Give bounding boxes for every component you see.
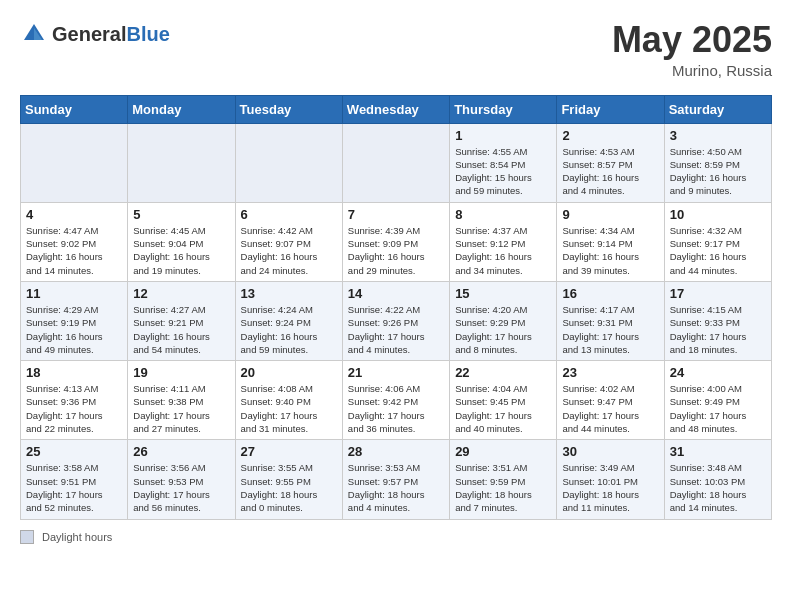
day-info: Sunrise: 4:39 AMSunset: 9:09 PMDaylight:… [348, 224, 444, 277]
day-number: 24 [670, 365, 766, 380]
logo-text-blue: Blue [126, 23, 169, 45]
table-row [342, 123, 449, 202]
day-info: Sunrise: 4:13 AMSunset: 9:36 PMDaylight:… [26, 382, 122, 435]
day-number: 14 [348, 286, 444, 301]
table-row: 27Sunrise: 3:55 AMSunset: 9:55 PMDayligh… [235, 440, 342, 519]
day-number: 29 [455, 444, 551, 459]
day-number: 28 [348, 444, 444, 459]
logo-icon [20, 20, 48, 48]
calendar-week-row: 1Sunrise: 4:55 AMSunset: 8:54 PMDaylight… [21, 123, 772, 202]
day-number: 11 [26, 286, 122, 301]
day-info: Sunrise: 4:17 AMSunset: 9:31 PMDaylight:… [562, 303, 658, 356]
day-info: Sunrise: 4:22 AMSunset: 9:26 PMDaylight:… [348, 303, 444, 356]
day-number: 13 [241, 286, 337, 301]
legend-box [20, 530, 34, 544]
table-row: 28Sunrise: 3:53 AMSunset: 9:57 PMDayligh… [342, 440, 449, 519]
table-row [235, 123, 342, 202]
day-number: 27 [241, 444, 337, 459]
day-number: 9 [562, 207, 658, 222]
weekday-header-sunday: Sunday [21, 95, 128, 123]
table-row: 18Sunrise: 4:13 AMSunset: 9:36 PMDayligh… [21, 361, 128, 440]
day-number: 16 [562, 286, 658, 301]
footer-legend-row: Daylight hours [20, 530, 772, 544]
day-number: 20 [241, 365, 337, 380]
table-row: 26Sunrise: 3:56 AMSunset: 9:53 PMDayligh… [128, 440, 235, 519]
day-info: Sunrise: 3:55 AMSunset: 9:55 PMDaylight:… [241, 461, 337, 514]
calendar-week-row: 18Sunrise: 4:13 AMSunset: 9:36 PMDayligh… [21, 361, 772, 440]
day-number: 18 [26, 365, 122, 380]
day-info: Sunrise: 4:53 AMSunset: 8:57 PMDaylight:… [562, 145, 658, 198]
table-row: 8Sunrise: 4:37 AMSunset: 9:12 PMDaylight… [450, 202, 557, 281]
day-number: 12 [133, 286, 229, 301]
calendar-week-row: 4Sunrise: 4:47 AMSunset: 9:02 PMDaylight… [21, 202, 772, 281]
day-info: Sunrise: 3:53 AMSunset: 9:57 PMDaylight:… [348, 461, 444, 514]
day-number: 23 [562, 365, 658, 380]
day-number: 5 [133, 207, 229, 222]
day-info: Sunrise: 4:55 AMSunset: 8:54 PMDaylight:… [455, 145, 551, 198]
month-year-title: May 2025 [612, 20, 772, 60]
day-number: 1 [455, 128, 551, 143]
table-row: 25Sunrise: 3:58 AMSunset: 9:51 PMDayligh… [21, 440, 128, 519]
table-row: 6Sunrise: 4:42 AMSunset: 9:07 PMDaylight… [235, 202, 342, 281]
table-row: 15Sunrise: 4:20 AMSunset: 9:29 PMDayligh… [450, 281, 557, 360]
day-info: Sunrise: 4:06 AMSunset: 9:42 PMDaylight:… [348, 382, 444, 435]
logo: GeneralBlue [20, 20, 170, 48]
day-info: Sunrise: 3:49 AMSunset: 10:01 PMDaylight… [562, 461, 658, 514]
day-info: Sunrise: 4:11 AMSunset: 9:38 PMDaylight:… [133, 382, 229, 435]
day-info: Sunrise: 4:45 AMSunset: 9:04 PMDaylight:… [133, 224, 229, 277]
title-block: May 2025 Murino, Russia [612, 20, 772, 79]
day-number: 8 [455, 207, 551, 222]
table-row: 5Sunrise: 4:45 AMSunset: 9:04 PMDaylight… [128, 202, 235, 281]
table-row: 12Sunrise: 4:27 AMSunset: 9:21 PMDayligh… [128, 281, 235, 360]
day-number: 10 [670, 207, 766, 222]
day-info: Sunrise: 4:20 AMSunset: 9:29 PMDaylight:… [455, 303, 551, 356]
table-row: 10Sunrise: 4:32 AMSunset: 9:17 PMDayligh… [664, 202, 771, 281]
table-row: 4Sunrise: 4:47 AMSunset: 9:02 PMDaylight… [21, 202, 128, 281]
table-row: 2Sunrise: 4:53 AMSunset: 8:57 PMDaylight… [557, 123, 664, 202]
weekday-header-wednesday: Wednesday [342, 95, 449, 123]
day-info: Sunrise: 3:51 AMSunset: 9:59 PMDaylight:… [455, 461, 551, 514]
day-number: 19 [133, 365, 229, 380]
day-number: 26 [133, 444, 229, 459]
day-info: Sunrise: 3:56 AMSunset: 9:53 PMDaylight:… [133, 461, 229, 514]
day-number: 4 [26, 207, 122, 222]
day-info: Sunrise: 4:29 AMSunset: 9:19 PMDaylight:… [26, 303, 122, 356]
day-info: Sunrise: 4:34 AMSunset: 9:14 PMDaylight:… [562, 224, 658, 277]
day-number: 15 [455, 286, 551, 301]
table-row [21, 123, 128, 202]
table-row: 1Sunrise: 4:55 AMSunset: 8:54 PMDaylight… [450, 123, 557, 202]
page-header: GeneralBlue May 2025 Murino, Russia [20, 20, 772, 79]
table-row: 30Sunrise: 3:49 AMSunset: 10:01 PMDaylig… [557, 440, 664, 519]
day-info: Sunrise: 4:08 AMSunset: 9:40 PMDaylight:… [241, 382, 337, 435]
day-info: Sunrise: 3:48 AMSunset: 10:03 PMDaylight… [670, 461, 766, 514]
day-info: Sunrise: 4:04 AMSunset: 9:45 PMDaylight:… [455, 382, 551, 435]
day-info: Sunrise: 3:58 AMSunset: 9:51 PMDaylight:… [26, 461, 122, 514]
table-row [128, 123, 235, 202]
table-row: 24Sunrise: 4:00 AMSunset: 9:49 PMDayligh… [664, 361, 771, 440]
day-info: Sunrise: 4:27 AMSunset: 9:21 PMDaylight:… [133, 303, 229, 356]
day-info: Sunrise: 4:50 AMSunset: 8:59 PMDaylight:… [670, 145, 766, 198]
weekday-header-saturday: Saturday [664, 95, 771, 123]
day-number: 31 [670, 444, 766, 459]
table-row: 3Sunrise: 4:50 AMSunset: 8:59 PMDaylight… [664, 123, 771, 202]
day-info: Sunrise: 4:24 AMSunset: 9:24 PMDaylight:… [241, 303, 337, 356]
day-info: Sunrise: 4:32 AMSunset: 9:17 PMDaylight:… [670, 224, 766, 277]
calendar-week-row: 25Sunrise: 3:58 AMSunset: 9:51 PMDayligh… [21, 440, 772, 519]
table-row: 14Sunrise: 4:22 AMSunset: 9:26 PMDayligh… [342, 281, 449, 360]
day-number: 30 [562, 444, 658, 459]
day-info: Sunrise: 4:42 AMSunset: 9:07 PMDaylight:… [241, 224, 337, 277]
day-number: 25 [26, 444, 122, 459]
day-number: 3 [670, 128, 766, 143]
weekday-header-tuesday: Tuesday [235, 95, 342, 123]
weekday-header-thursday: Thursday [450, 95, 557, 123]
calendar-week-row: 11Sunrise: 4:29 AMSunset: 9:19 PMDayligh… [21, 281, 772, 360]
table-row: 11Sunrise: 4:29 AMSunset: 9:19 PMDayligh… [21, 281, 128, 360]
day-number: 22 [455, 365, 551, 380]
table-row: 21Sunrise: 4:06 AMSunset: 9:42 PMDayligh… [342, 361, 449, 440]
day-info: Sunrise: 4:47 AMSunset: 9:02 PMDaylight:… [26, 224, 122, 277]
day-number: 21 [348, 365, 444, 380]
calendar-table: SundayMondayTuesdayWednesdayThursdayFrid… [20, 95, 772, 520]
day-info: Sunrise: 4:37 AMSunset: 9:12 PMDaylight:… [455, 224, 551, 277]
table-row: 13Sunrise: 4:24 AMSunset: 9:24 PMDayligh… [235, 281, 342, 360]
table-row: 29Sunrise: 3:51 AMSunset: 9:59 PMDayligh… [450, 440, 557, 519]
